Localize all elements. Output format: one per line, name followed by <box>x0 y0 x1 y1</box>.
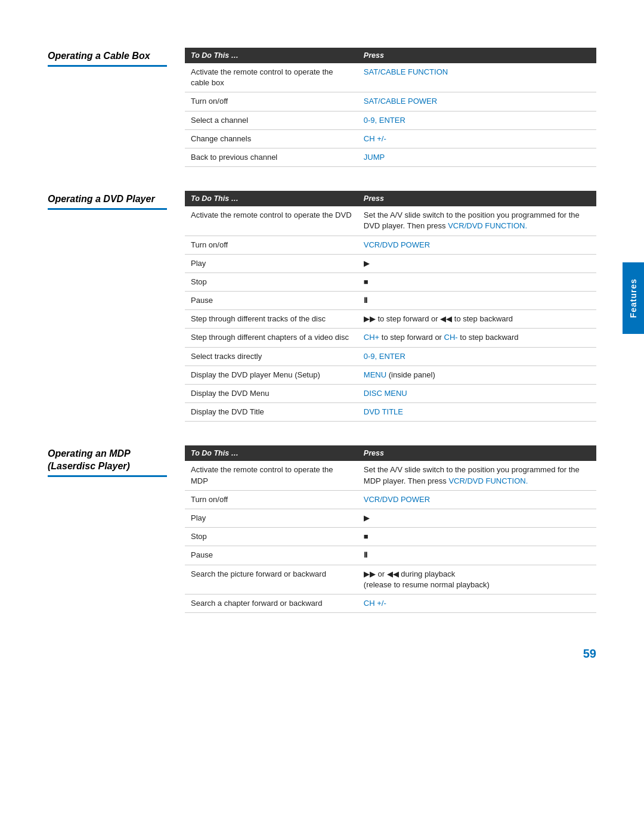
disc-menu-link: DISC MENU <box>364 389 407 398</box>
stop-icon: ■ <box>364 277 369 286</box>
dvd-table: To Do This … Press Activate the remote c… <box>185 191 596 422</box>
rew-icon: ◀◀ <box>440 314 452 323</box>
action-cell: Change channels <box>185 129 358 148</box>
table-row: Stop ■ <box>185 528 596 546</box>
section-title-mdp: Operating an MDP (Laserdisc Player) <box>48 445 167 613</box>
action-cell: Turn on/off <box>185 236 358 254</box>
action-cell: Play <box>185 509 358 527</box>
press-value: 0-9, ENTER <box>364 116 405 125</box>
press-cell: ■ <box>358 272 596 291</box>
table-row: Change channels CH +/- <box>185 129 596 148</box>
table-row: Pause Ⅱ <box>185 546 596 565</box>
features-tab: Features <box>623 262 644 334</box>
play-icon: ▶ <box>364 513 370 522</box>
press-cell: ▶ <box>358 509 596 527</box>
action-cell: Stop <box>185 528 358 546</box>
action-cell: Display the DVD player Menu (Setup) <box>185 366 358 384</box>
table-row: Display the DVD Menu DISC MENU <box>185 385 596 403</box>
action-cell: Turn on/off <box>185 490 358 509</box>
action-cell: Display the DVD Menu <box>185 385 358 403</box>
press-cell: VCR/DVD POWER <box>358 490 596 509</box>
action-cell: Back to previous channel <box>185 148 358 166</box>
pause-icon: Ⅱ <box>364 296 369 305</box>
table-row: Turn on/off VCR/DVD POWER <box>185 236 596 254</box>
press-cell: MENU (inside panel) <box>358 366 596 384</box>
table-row: Back to previous channel JUMP <box>185 148 596 166</box>
table-row: Pause Ⅱ <box>185 292 596 310</box>
press-cell: CH +/- <box>358 129 596 148</box>
action-cell: Step through different chapters of a vid… <box>185 329 358 347</box>
press-cell: DISC MENU <box>358 385 596 403</box>
section-mdp: Operating an MDP (Laserdisc Player) To D… <box>48 445 596 613</box>
table-row: Activate the remote control to operate t… <box>185 63 596 92</box>
col1-header-mdp: To Do This … <box>185 445 358 461</box>
table-row: Play ▶ <box>185 254 596 272</box>
table-row: Display the DVD player Menu (Setup) MENU… <box>185 366 596 384</box>
table-row: Turn on/off VCR/DVD POWER <box>185 490 596 509</box>
table-row: Select tracks directly 0-9, ENTER <box>185 347 596 366</box>
col1-header-cable: To Do This … <box>185 48 358 63</box>
press-link: VCR/DVD FUNCTION. <box>448 476 528 485</box>
action-cell: Stop <box>185 272 358 291</box>
ch-plus: CH+ <box>364 333 379 342</box>
press-cell: ■ <box>358 528 596 546</box>
press-cell: VCR/DVD POWER <box>358 236 596 254</box>
ff-icon: ▶▶ <box>364 314 376 323</box>
section-heading-mdp: Operating an MDP (Laserdisc Player) <box>48 448 167 477</box>
table-row: Stop ■ <box>185 272 596 291</box>
section-dvd-player: Operating a DVD Player To Do This … Pres… <box>48 191 596 422</box>
action-cell: Search the picture forward or backward <box>185 565 358 594</box>
action-cell: Activate the remote control to operate t… <box>185 206 358 236</box>
ff-icon: ▶▶ <box>364 569 376 578</box>
rew-icon: ◀◀ <box>387 569 399 578</box>
press-value: SAT/CABLE FUNCTION <box>364 67 448 76</box>
page-container: Operating a Cable Box To Do This … Press… <box>0 0 644 685</box>
table-row: Search a chapter forward or backward CH … <box>185 594 596 612</box>
press-cell: SAT/CABLE POWER <box>358 92 596 111</box>
page-number: 59 <box>583 647 596 661</box>
action-cell: Activate the remote control to operate t… <box>185 461 358 490</box>
cable-box-table: To Do This … Press Activate the remote c… <box>185 48 596 167</box>
press-link: VCR/DVD FUNCTION. <box>448 221 527 230</box>
press-value: JUMP <box>364 153 385 162</box>
section-cable-box: Operating a Cable Box To Do This … Press… <box>48 48 596 167</box>
col1-header-dvd: To Do This … <box>185 191 358 206</box>
press-value: VCR/DVD POWER <box>364 240 430 249</box>
press-cell: DVD TITLE <box>358 403 596 422</box>
section-heading-cable-box: Operating a Cable Box <box>48 50 167 67</box>
action-cell: Select a channel <box>185 111 358 129</box>
press-cell: Set the A/V slide switch to the position… <box>358 461 596 490</box>
ch-minus: CH- <box>444 333 458 342</box>
action-cell: Search a chapter forward or backward <box>185 594 358 612</box>
section-title-cable-box: Operating a Cable Box <box>48 48 167 167</box>
stop-icon: ■ <box>364 532 369 541</box>
press-cell: CH+ to step forward or CH- to step backw… <box>358 329 596 347</box>
press-cell: Ⅱ <box>358 546 596 565</box>
action-cell: Turn on/off <box>185 92 358 111</box>
action-cell: Select tracks directly <box>185 347 358 366</box>
dvd-title-link: DVD TITLE <box>364 407 403 416</box>
table-row: Search the picture forward or backward ▶… <box>185 565 596 594</box>
features-tab-label: Features <box>628 278 638 318</box>
ch-plusminus: CH +/- <box>364 599 386 608</box>
menu-link: MENU <box>364 370 386 379</box>
table-row: Step through different chapters of a vid… <box>185 329 596 347</box>
table-row: Select a channel 0-9, ENTER <box>185 111 596 129</box>
press-value: CH +/- <box>364 134 386 143</box>
press-cell: ▶▶ to step forward or ◀◀ to step backwar… <box>358 310 596 329</box>
table-row: Activate the remote control to operate t… <box>185 206 596 236</box>
press-cell: ▶▶ or ◀◀ during playback(release to resu… <box>358 565 596 594</box>
mdp-table: To Do This … Press Activate the remote c… <box>185 445 596 613</box>
pause-icon: Ⅱ <box>364 550 369 559</box>
play-icon: ▶ <box>364 259 370 268</box>
table-row: Display the DVD Title DVD TITLE <box>185 403 596 422</box>
press-value: VCR/DVD POWER <box>364 495 430 504</box>
press-cell: SAT/CABLE FUNCTION <box>358 63 596 92</box>
press-cell: 0-9, ENTER <box>358 347 596 366</box>
section-heading-dvd: Operating a DVD Player <box>48 193 167 210</box>
table-row: Play ▶ <box>185 509 596 527</box>
press-cell: 0-9, ENTER <box>358 111 596 129</box>
section-content-mdp: To Do This … Press Activate the remote c… <box>185 445 596 613</box>
action-cell: Pause <box>185 292 358 310</box>
section-content-dvd: To Do This … Press Activate the remote c… <box>185 191 596 422</box>
